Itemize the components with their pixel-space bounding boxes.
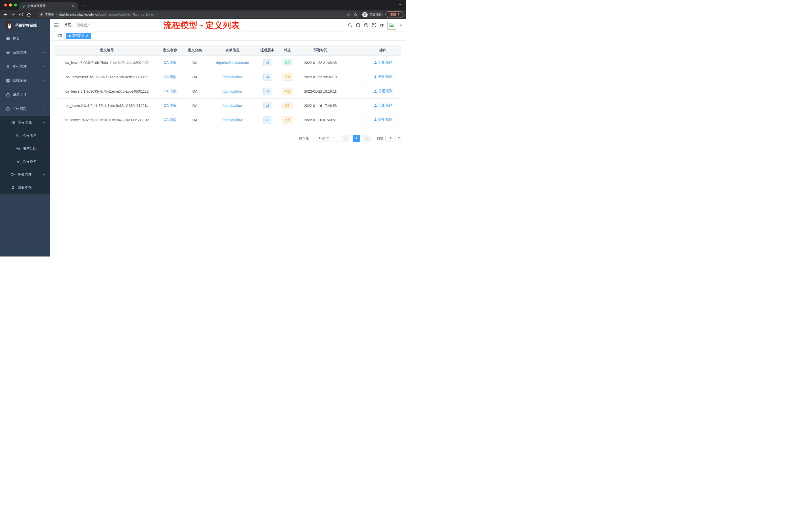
reload-icon[interactable] (19, 12, 23, 17)
avatar-caret-icon[interactable] (400, 25, 402, 26)
font-size-icon[interactable]: tT (380, 23, 384, 27)
new-tab-icon[interactable] (81, 3, 85, 7)
definition-name-link[interactable]: OA 请假 (164, 103, 176, 108)
workflow-submenu: 流程管理 流程表单 (0, 116, 50, 194)
form-link[interactable]: /bpm/oa/leave/create (216, 61, 249, 65)
avatar[interactable] (387, 21, 396, 30)
user-icon (374, 75, 377, 79)
tag-process-definition[interactable]: 流程定义 (66, 33, 91, 39)
sidebar-item-workflow[interactable]: 工作流程 (0, 102, 50, 116)
chevron-right-icon (366, 137, 368, 140)
chevron-left-icon (345, 137, 347, 140)
bookmark-star-icon[interactable] (354, 13, 357, 17)
table-row: oa_leave:4:991f2193-7b7f-11ec-a3c8-acde4… (55, 70, 401, 84)
paper-plane-icon (16, 160, 20, 163)
browser-update-button[interactable]: 更新 (385, 11, 404, 18)
sidebar-item-home[interactable]: 首页 (0, 32, 50, 46)
password-key-icon[interactable] (347, 13, 350, 17)
definition-category: OA (181, 98, 209, 113)
sidebar-item-dev-tools[interactable]: 研发工具 (0, 88, 50, 102)
user-icon (374, 118, 377, 121)
deploy-time: 2022-01-22 19:19:11 (296, 84, 345, 98)
search-icon[interactable] (348, 23, 352, 27)
assign-rule-button[interactable]: 分配规则 (374, 60, 393, 65)
status-badge: 挂起 (282, 88, 293, 95)
address-bar[interactable]: 不安全 dashboard.yudao.iocoder.cn/bpm/manag… (37, 11, 360, 18)
url-path[interactable]: /bpm/manager/definition?key=oa_leave (99, 13, 154, 16)
version-badge: v4 (263, 73, 272, 81)
definition-category: OA (181, 84, 209, 98)
assign-rule-label: 分配规则 (378, 74, 393, 79)
sidebar-item-label: 支付管理 (12, 64, 27, 69)
sidebar-collapse-icon[interactable] (54, 23, 58, 27)
help-icon[interactable] (364, 23, 368, 27)
assign-rule-button[interactable]: 分配规则 (374, 117, 393, 122)
assign-rule-button[interactable]: 分配规则 (374, 103, 393, 108)
back-icon[interactable] (3, 12, 8, 17)
sidebar-item-payment[interactable]: ¥ 支付管理 (0, 60, 50, 74)
page-size-value: 10条/页 (319, 136, 330, 141)
goto-page-input[interactable] (385, 135, 396, 142)
chevron-down-icon (42, 93, 46, 96)
page-size-select[interactable]: 10条/页 (315, 135, 338, 142)
minimize-window-button[interactable] (9, 3, 12, 6)
form-link[interactable]: /bpm/oa/flow (223, 89, 242, 93)
form-link[interactable]: /bpm/oa/flow (223, 104, 242, 108)
tab-search-chevron-icon[interactable] (399, 4, 402, 6)
chevron-up-icon (42, 121, 46, 124)
definition-name-link[interactable]: OA 请假 (164, 118, 176, 122)
definition-name-link[interactable]: OA 请假 (164, 75, 176, 79)
browser-menu-icon[interactable] (398, 13, 399, 16)
app-logo-avatar (6, 21, 13, 30)
form-document-icon (16, 133, 20, 138)
sidebar-item-system[interactable]: 系统管理 (0, 46, 50, 60)
user-icon (374, 61, 377, 64)
pagination: 共 5 条 10条/页 1 (55, 135, 401, 142)
definition-name-link[interactable]: OA 请假 (164, 60, 176, 64)
tag-home[interactable]: 首页 (54, 33, 65, 39)
maximize-window-button[interactable] (14, 3, 17, 6)
sidebar-item-label: 基础设施 (12, 79, 27, 83)
sidebar-item-user-group[interactable]: 用户分组 (0, 142, 50, 155)
sidebar-item-label: 用户分组 (23, 146, 37, 151)
briefcase-icon (6, 107, 10, 111)
sidebar-item-infrastructure[interactable]: 基础设施 (0, 74, 50, 88)
breadcrumb-home[interactable]: 首页 (64, 23, 71, 27)
tag-label: 流程定义 (72, 34, 84, 38)
sidebar-item-leave-query[interactable]: 请假查询 (0, 181, 50, 194)
sidebar-item-process-model[interactable]: 流程模型 (0, 155, 50, 168)
toolbox-icon (6, 93, 10, 97)
tag-close-icon[interactable] (86, 35, 88, 37)
close-window-button[interactable] (4, 3, 7, 6)
navbar-actions: tT (348, 19, 402, 31)
sidebar-item-task-management[interactable]: 任务管理 (0, 168, 50, 181)
page-number-button[interactable]: 1 (353, 135, 360, 142)
assign-rule-button[interactable]: 分配规则 (374, 89, 393, 93)
tab-close-icon[interactable] (71, 4, 75, 8)
form-link[interactable]: /bpm/oa/flow (223, 75, 242, 79)
not-secure-warning-icon[interactable] (40, 13, 44, 16)
chevron-down-icon (332, 137, 334, 139)
prev-page-button[interactable] (342, 135, 349, 142)
breadcrumb-current: 流程定义 (77, 23, 91, 27)
col-header-filler (345, 45, 365, 56)
sidebar-item-process-management[interactable]: 流程管理 (0, 116, 50, 129)
security-label[interactable]: 不安全 (45, 12, 54, 17)
deploy-time: 2022-01-22 21:48:38 (296, 56, 345, 70)
gear-icon (6, 51, 10, 55)
github-icon[interactable] (356, 23, 360, 27)
form-link[interactable]: /bpm/oa/flow (223, 118, 242, 122)
url-host[interactable]: dashboard.yudao.iocoder.cn (59, 13, 99, 16)
fullscreen-icon[interactable] (372, 23, 376, 27)
sidebar-item-label: 工作流程 (12, 107, 27, 111)
browser-tab[interactable]: 芋道管理系统 (19, 2, 78, 10)
home-icon[interactable] (27, 12, 31, 17)
forward-icon[interactable] (11, 12, 16, 17)
definition-name-link[interactable]: OA 请假 (164, 89, 176, 93)
app-title: 芋道管理系统 (15, 23, 37, 28)
sidebar-item-label: 系统管理 (12, 51, 27, 55)
next-page-button[interactable] (363, 135, 371, 142)
sidebar-item-process-form[interactable]: 流程表单 (0, 129, 50, 142)
version-badge: v2 (263, 102, 272, 109)
assign-rule-button[interactable]: 分配规则 (374, 74, 393, 79)
